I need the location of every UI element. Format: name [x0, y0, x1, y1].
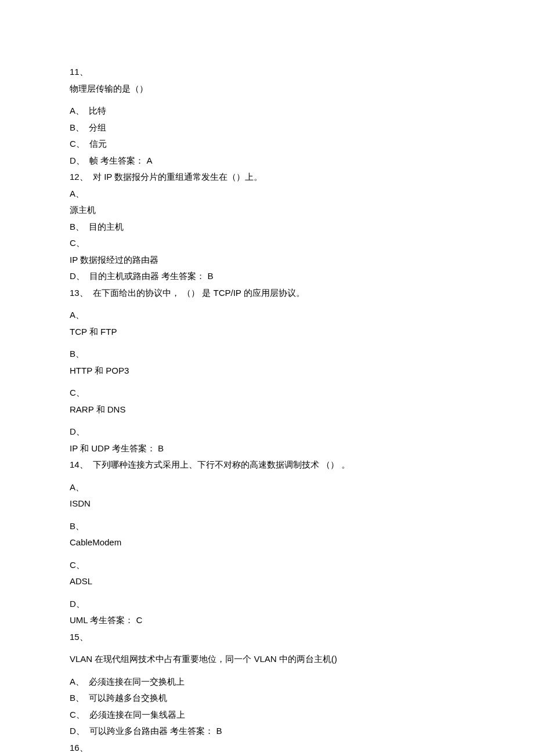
- text-line: A、 必须连接在同一交换机上: [70, 674, 464, 690]
- text-line: 14、 下列哪种连接方式采用上、下行不对称的高速数据调制技术 （） 。: [70, 457, 464, 473]
- text-line: TCP 和 FTP: [70, 324, 464, 341]
- text-line: 11、: [70, 64, 464, 81]
- text-line: 源主机: [70, 202, 464, 219]
- text-line: HTTP 和 POP3: [70, 363, 464, 379]
- text-line: C、: [70, 557, 464, 574]
- text-line: B、 分组: [70, 120, 464, 136]
- text-line: B、: [70, 518, 464, 535]
- text-line: D、: [70, 596, 464, 613]
- text-line: ADSL: [70, 573, 464, 590]
- text-line: RARP 和 DNS: [70, 401, 464, 418]
- text-line: A、 比特: [70, 103, 464, 120]
- text-line: C、: [70, 235, 464, 252]
- text-line: A、: [70, 307, 464, 324]
- document-page: 11、物理层传输的是（）A、 比特B、 分组C、 信元D、 帧 考生答案： A1…: [0, 0, 534, 756]
- text-line: C、: [70, 385, 464, 401]
- text-line: C、 信元: [70, 136, 464, 153]
- text-line: 13、 在下面给出的协议中， （） 是 TCP/IP 的应用层协议。: [70, 285, 464, 302]
- text-line: 12、 对 IP 数据报分片的重组通常发生在（）上。: [70, 169, 464, 186]
- text-line: A、: [70, 186, 464, 202]
- text-line: 16、: [70, 740, 464, 757]
- text-line: A、: [70, 479, 464, 496]
- text-line: 15、: [70, 629, 464, 646]
- text-line: C、 必须连接在同一集线器上: [70, 707, 464, 724]
- text-line: D、 可以跨业多台路由器 考生答案： B: [70, 723, 464, 740]
- text-line: 物理层传输的是（）: [70, 81, 464, 97]
- text-line: UML 考生答案： C: [70, 612, 464, 629]
- text-line: B、: [70, 346, 464, 363]
- text-line: B、 目的主机: [70, 219, 464, 236]
- text-line: IP 数据报经过的路由器: [70, 252, 464, 269]
- text-line: D、: [70, 424, 464, 440]
- text-line: ISDN: [70, 495, 464, 512]
- text-line: B、 可以跨越多台交换机: [70, 690, 464, 707]
- text-line: IP 和 UDP 考生答案： B: [70, 440, 464, 457]
- text-line: VLAN 在现代组网技术中占有重要地位，同一个 VLAN 中的两台主机(): [70, 651, 464, 668]
- text-line: D、 目的主机或路由器 考生答案： B: [70, 268, 464, 285]
- text-line: CableModem: [70, 534, 464, 551]
- text-line: D、 帧 考生答案： A: [70, 153, 464, 169]
